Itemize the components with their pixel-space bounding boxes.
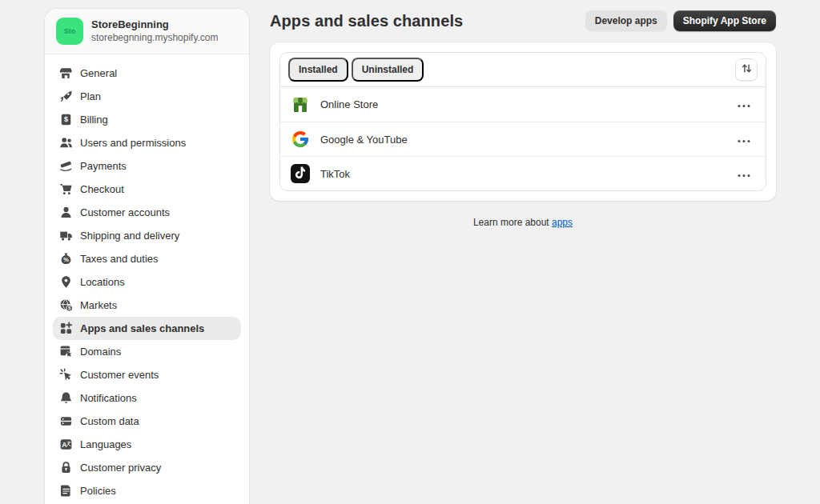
online-store-icon: [291, 95, 310, 114]
sidebar-item-label: Policies: [80, 485, 116, 497]
custom-data-icon: [59, 414, 73, 428]
sidebar-item-label: Taxes and duties: [80, 253, 159, 265]
app-overflow-menu-button[interactable]: [733, 163, 755, 185]
sidebar-item-label: Locations: [80, 276, 125, 288]
apps-list: Online StoreGoogle & YouTubeTikTok: [280, 87, 766, 190]
app-row-tiktok[interactable]: TikTok: [280, 156, 766, 190]
sidebar-item-label: Plan: [80, 90, 101, 102]
main-content: Apps and sales channels Develop apps Sho…: [270, 0, 776, 228]
sidebar-item-markets[interactable]: $Markets: [53, 294, 241, 317]
payments-icon: [59, 159, 73, 173]
sidebar-item-general[interactable]: General: [53, 62, 241, 85]
customer-privacy-icon: [59, 461, 73, 474]
sidebar-item-apps-and-sales-channels[interactable]: Apps and sales channels: [53, 317, 241, 340]
markets-icon: $: [59, 298, 73, 312]
store-header: Sto StoreBeginning storebegnning.myshopi…: [45, 9, 249, 54]
app-name: Google & YouTube: [320, 134, 408, 146]
sidebar-item-label: Payments: [80, 160, 127, 172]
sidebar-item-billing[interactable]: $Billing: [53, 108, 241, 131]
sidebar-item-checkout[interactable]: Checkout: [53, 178, 241, 201]
sidebar-item-label: Notifications: [80, 392, 137, 404]
svg-text:A: A: [62, 441, 66, 449]
develop-apps-button[interactable]: Develop apps: [585, 10, 667, 31]
app-row-google-youtube[interactable]: Google & YouTube: [280, 122, 766, 156]
sidebar-item-label: Customer events: [80, 369, 159, 381]
sidebar-item-customer-privacy[interactable]: Customer privacy: [53, 456, 241, 479]
sidebar-item-label: Languages: [80, 438, 131, 450]
page-title: Apps and sales channels: [270, 12, 463, 30]
store-info: StoreBeginning storebegnning.myshopify.c…: [91, 18, 219, 44]
learn-more-footer: Learn more about apps: [270, 217, 776, 228]
sidebar-item-label: Custom data: [80, 415, 139, 427]
app-name: TikTok: [320, 168, 350, 180]
sidebar-item-locations[interactable]: Locations: [53, 270, 241, 294]
app-overflow-menu-button[interactable]: [733, 129, 755, 150]
sort-button[interactable]: [735, 58, 758, 81]
domains-icon: [59, 345, 73, 358]
sidebar-item-label: Markets: [80, 299, 117, 311]
taxes-icon: %: [59, 252, 73, 266]
sidebar-item-label: Apps and sales channels: [80, 322, 204, 334]
store-name: StoreBeginning: [91, 18, 219, 31]
plan-icon: [59, 90, 73, 103]
sidebar-item-label: Customer privacy: [80, 462, 161, 474]
app-row-online-store[interactable]: Online Store: [280, 87, 766, 122]
sidebar-item-languages[interactable]: ALanguages: [53, 433, 241, 456]
page-header: Apps and sales channels Develop apps Sho…: [270, 0, 776, 42]
tab-installed[interactable]: Installed: [288, 58, 348, 82]
billing-icon: $: [59, 113, 73, 126]
sidebar-item-customer-events[interactable]: Customer events: [53, 363, 241, 386]
sidebar-item-label: General: [80, 67, 117, 79]
store-domain: storebegnning.myshopify.com: [91, 32, 219, 44]
sort-arrows-icon: [741, 62, 753, 77]
sidebar-item-users-and-permissions[interactable]: Users and permissions: [53, 131, 241, 154]
checkout-icon: [59, 182, 73, 196]
sidebar-item-label: Shipping and delivery: [80, 230, 179, 242]
svg-text:%: %: [63, 256, 69, 263]
horizontal-dots-icon: [738, 134, 750, 146]
tab-uninstalled[interactable]: Uninstalled: [352, 58, 424, 82]
customer-accounts-icon: [59, 206, 73, 219]
horizontal-dots-icon: [738, 168, 750, 180]
sidebar-item-domains[interactable]: Domains: [53, 340, 241, 363]
app-overflow-menu-button[interactable]: [733, 94, 755, 115]
sidebar-item-label: Checkout: [80, 183, 124, 195]
app-name: Online Store: [320, 98, 378, 110]
sidebar-item-taxes-and-duties[interactable]: %Taxes and duties: [53, 247, 241, 270]
sidebar-item-label: Customer accounts: [80, 206, 170, 218]
svg-text:$: $: [68, 305, 71, 310]
sidebar-item-customer-accounts[interactable]: Customer accounts: [53, 201, 241, 224]
users-icon: [59, 136, 73, 150]
sidebar-item-notifications[interactable]: Notifications: [53, 386, 241, 410]
header-actions: Develop apps Shopify App Store: [585, 10, 776, 31]
customer-events-icon: [59, 368, 73, 382]
tiktok-icon: [291, 164, 310, 183]
sidebar-item-label: Domains: [80, 346, 121, 358]
apps-icon: [59, 322, 73, 335]
notifications-icon: [59, 391, 73, 405]
sidebar-item-custom-data[interactable]: Custom data: [53, 410, 241, 433]
sidebar-item-payments[interactable]: Payments: [53, 154, 241, 178]
learn-more-text: Learn more about: [473, 217, 549, 228]
store-avatar: Sto: [56, 18, 83, 45]
policies-icon: [59, 484, 73, 498]
store-icon: [59, 66, 73, 80]
google-icon: [291, 130, 310, 149]
horizontal-dots-icon: [738, 98, 750, 110]
svg-text:$: $: [64, 115, 68, 123]
settings-page: { "store": { "initials": "Sto", "name": …: [0, 0, 820, 504]
apps-link[interactable]: apps: [552, 217, 573, 228]
sidebar-item-label: Billing: [80, 114, 108, 126]
shopify-app-store-button[interactable]: Shopify App Store: [673, 10, 776, 31]
sidebar-item-label: Users and permissions: [80, 137, 186, 149]
sidebar-item-policies[interactable]: Policies: [53, 479, 241, 502]
shipping-icon: [59, 229, 73, 242]
settings-sidebar: Sto StoreBeginning storebegnning.myshopi…: [44, 8, 250, 504]
locations-icon: [59, 275, 73, 289]
sidebar-item-plan[interactable]: Plan: [53, 85, 241, 108]
apps-card: InstalledUninstalled Online StoreGoogle …: [270, 42, 776, 201]
apps-tab-row: InstalledUninstalled: [280, 53, 766, 87]
languages-icon: A: [59, 438, 73, 451]
apps-card-inner: InstalledUninstalled Online StoreGoogle …: [279, 52, 766, 191]
sidebar-item-shipping-and-delivery[interactable]: Shipping and delivery: [53, 224, 241, 247]
